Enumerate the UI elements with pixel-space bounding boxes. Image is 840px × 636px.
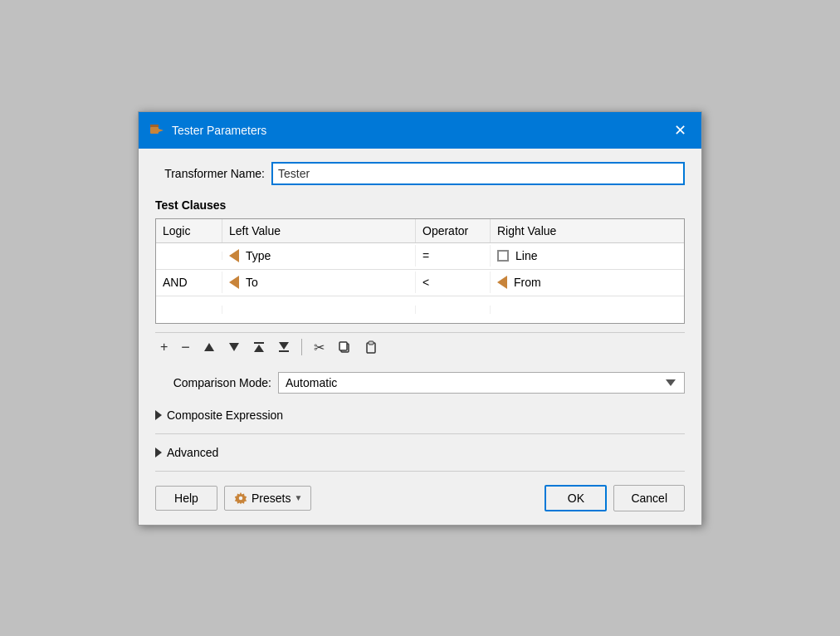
arrow-left-icon: [229, 249, 239, 262]
row3-right-value: [491, 306, 684, 314]
tester-icon: [149, 122, 165, 139]
comparison-mode-label: Comparison Mode:: [155, 376, 271, 389]
tester-parameters-dialog: Tester Parameters ✕ Transformer Name: Te…: [138, 111, 702, 526]
row1-right-text: Line: [515, 249, 537, 262]
col-right-value: Right Value: [491, 219, 684, 242]
move-down-button[interactable]: [223, 340, 245, 355]
bottom-left-buttons: Help Presets ▼: [155, 486, 311, 511]
expand-triangle-icon: [155, 410, 162, 420]
advanced-expander[interactable]: Advanced: [155, 441, 685, 464]
presets-button[interactable]: Presets ▼: [224, 486, 311, 511]
row1-left-text: Type: [246, 249, 271, 262]
row2-logic: AND: [156, 272, 222, 293]
dialog-title: Tester Parameters: [172, 124, 266, 137]
svg-marker-6: [254, 345, 264, 352]
test-clauses-table: Logic Left Value Operator Right Value Ty…: [155, 218, 685, 324]
arrow-left-icon: [497, 276, 507, 289]
svg-marker-1: [159, 129, 164, 132]
row2-right-text: From: [514, 276, 541, 289]
title-bar-left: Tester Parameters: [149, 122, 266, 139]
svg-rect-0: [150, 127, 159, 134]
transformer-name-row: Transformer Name:: [155, 162, 685, 185]
table-header: Logic Left Value Operator Right Value: [156, 219, 684, 243]
row1-left-value: Type: [222, 245, 416, 267]
row2-right-value: From: [491, 272, 684, 293]
row2-operator: <: [416, 272, 491, 293]
svg-rect-10: [339, 342, 347, 350]
svg-rect-2: [150, 125, 159, 127]
row1-operator: =: [416, 245, 491, 267]
table-row[interactable]: AND To < From: [156, 270, 684, 296]
svg-rect-12: [369, 341, 374, 345]
row1-logic: [156, 252, 222, 260]
presets-label: Presets: [252, 492, 291, 505]
arrow-left-icon: [229, 276, 239, 289]
comparison-mode-row: Comparison Mode: Automatic String Numeri…: [155, 372, 685, 394]
copy-button[interactable]: [333, 339, 356, 355]
rect-icon: [497, 250, 509, 262]
row2-left-value: To: [222, 272, 416, 293]
cut-button[interactable]: ✂: [309, 338, 330, 357]
remove-button[interactable]: −: [176, 338, 195, 356]
help-button[interactable]: Help: [155, 486, 217, 511]
advanced-label: Advanced: [167, 446, 218, 459]
presets-dropdown-arrow: ▼: [294, 493, 302, 502]
cancel-button[interactable]: Cancel: [613, 485, 685, 511]
bottom-divider: [155, 471, 685, 472]
composite-expression-expander[interactable]: Composite Expression: [155, 404, 685, 427]
bottom-right-buttons: OK Cancel: [545, 485, 685, 511]
transformer-name-label: Transformer Name:: [155, 167, 271, 180]
row2-left-text: To: [246, 276, 258, 289]
row3-operator: [416, 306, 491, 314]
test-clauses-section: Test Clauses Logic Left Value Operator R…: [155, 198, 685, 362]
move-up-button[interactable]: [198, 340, 220, 355]
test-clauses-label: Test Clauses: [155, 198, 685, 212]
toolbar-separator: [301, 339, 302, 355]
section-divider: [155, 433, 685, 434]
svg-point-14: [239, 496, 243, 500]
table-row-empty: [156, 296, 684, 323]
row3-logic: [156, 306, 222, 314]
row3-left-value: [222, 306, 416, 314]
ok-button[interactable]: OK: [545, 485, 607, 511]
add-button[interactable]: +: [155, 338, 173, 356]
row1-right-value: Line: [491, 245, 684, 267]
expand-triangle-icon: [155, 448, 162, 457]
col-operator: Operator: [416, 219, 491, 242]
close-button[interactable]: ✕: [668, 119, 691, 142]
table-row[interactable]: Type = Line: [156, 243, 684, 270]
col-left-value: Left Value: [222, 219, 416, 242]
title-bar: Tester Parameters ✕: [139, 112, 701, 149]
comparison-mode-select[interactable]: Automatic String Numeric Date: [278, 372, 685, 394]
move-bottom-button[interactable]: [273, 340, 295, 355]
paste-button[interactable]: [359, 339, 383, 355]
transformer-name-input[interactable]: [271, 162, 685, 185]
move-top-button[interactable]: [248, 340, 270, 355]
dialog-body: Transformer Name: Test Clauses Logic Lef…: [139, 149, 701, 525]
bottom-buttons: Help Presets ▼ OK Cancel: [155, 478, 685, 511]
gear-icon: [233, 491, 248, 506]
clause-toolbar: + −: [155, 332, 685, 362]
col-logic: Logic: [156, 219, 222, 242]
composite-expression-label: Composite Expression: [167, 409, 283, 422]
svg-marker-3: [204, 343, 214, 351]
svg-marker-8: [279, 342, 289, 350]
svg-marker-4: [229, 343, 239, 351]
